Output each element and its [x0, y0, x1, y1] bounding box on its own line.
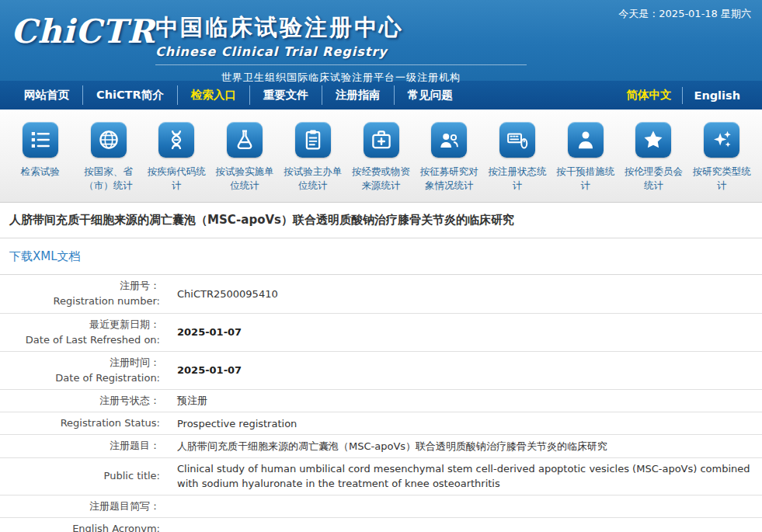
row-label-en: Registration Status:	[8, 416, 160, 431]
site-title-cn: 中国临床试验注册中心	[155, 12, 527, 43]
row-value: 2025-01-07	[168, 351, 762, 389]
nav-item-registration-guide[interactable]: 注册指南	[322, 85, 394, 105]
keyboard-mouse-icon	[499, 122, 535, 158]
row-label: Public title:	[0, 457, 168, 495]
table-row-acronym-cn: 注册题目简写：	[0, 495, 762, 517]
page: 今天是：2025-01-18 星期六 ChiCTR 中国临床试验注册中心 Chi…	[0, 0, 762, 532]
toolbar-item-stats-by-study-type[interactable]: 按研究类型统计	[687, 122, 756, 193]
toolbar-item-stats-by-funding-source[interactable]: 按经费或物资来源统计	[347, 122, 416, 193]
toolbar-item-label: 按试验主办单位统计	[280, 165, 346, 193]
statistics-toolbar: 检索试验 按国家、省（市）统计 按疾病代码统计 按试验实施单位统计 按试验主办单	[0, 110, 762, 203]
nav-item-home[interactable]: 网站首页	[11, 85, 82, 105]
row-label-en: Registration number:	[8, 294, 160, 309]
toolbar-item-label: 按疾病代码统计	[144, 165, 209, 193]
numbered-list-icon	[23, 122, 58, 158]
toolbar-item-label: 按国家、省（市）统计	[76, 165, 141, 193]
site-subtitle: 世界卫生组织国际临床试验注册平台一级注册机构	[155, 64, 527, 85]
row-value	[168, 517, 762, 532]
toolbar-item-label: 按伦理委员会统计	[621, 165, 686, 193]
sparkles-icon	[704, 122, 739, 158]
nav-item-important-documents[interactable]: 重要文件	[249, 85, 322, 105]
row-value	[168, 495, 762, 517]
row-label: 注册时间： Date of Registration:	[0, 351, 168, 389]
row-value: Prospective registration	[168, 412, 762, 435]
toolbar-item-label: 按征募研究对象情况统计	[416, 165, 482, 193]
row-label: 注册题目简写：	[0, 495, 168, 517]
toolbar-item-stats-by-registration-status[interactable]: 按注册状态统计	[483, 122, 551, 193]
nav-item-faq[interactable]: 常见问题	[394, 85, 466, 105]
main-nav: 网站首页 ChiCTR简介 检索入口 重要文件 注册指南 常见问题 简体中文 E…	[0, 81, 762, 110]
row-label-cn: 最近更新日期：	[8, 317, 160, 332]
row-value: 预注册	[168, 390, 762, 412]
star-icon	[635, 122, 671, 158]
row-label-cn: 注册题目简写：	[8, 499, 160, 514]
toolbar-item-label: 按干预措施统计	[553, 165, 618, 193]
table-row-registration-date: 注册时间： Date of Registration: 2025-01-07	[0, 351, 762, 389]
row-label-cn: 注册题目：	[8, 438, 160, 454]
row-label-cn: 注册时间：	[8, 355, 160, 370]
toolbar-item-label: 按试验实施单位统计	[212, 165, 277, 193]
person-icon	[568, 122, 604, 158]
toolbar-item-label: 按经费或物资来源统计	[349, 165, 414, 193]
table-row-last-refreshed: 最近更新日期： Date of Last Refreshed on: 2025-…	[0, 313, 762, 351]
row-label: Registration Status:	[0, 412, 168, 435]
toolbar-item-label: 按注册状态统计	[485, 165, 550, 193]
toolbar-item-search-trials[interactable]: 检索试验	[6, 122, 75, 193]
row-label: English Acronym:	[0, 517, 168, 532]
toolbar-item-stats-by-implementing-institution[interactable]: 按试验实施单位统计	[211, 122, 279, 193]
table-row-registration-status-cn: 注册号状态： 预注册	[0, 390, 762, 412]
table-row-registration-number: 注册号： Registration number: ChiCTR25000954…	[0, 275, 762, 313]
nav-item-about[interactable]: ChiCTR简介	[82, 85, 177, 105]
chictr-logo[interactable]: ChiCTR	[11, 11, 149, 54]
lang-simplified-chinese[interactable]: 简体中文	[615, 85, 682, 105]
toolbar-item-stats-by-recruitment[interactable]: 按征募研究对象情况统计	[415, 122, 483, 193]
toolbar-item-stats-by-sponsor[interactable]: 按试验主办单位统计	[279, 122, 347, 193]
dna-icon	[158, 122, 194, 158]
row-label: 注册号状态：	[0, 390, 168, 412]
row-label-en: Date of Last Refreshed on:	[8, 332, 160, 348]
site-title-block: 中国临床试验注册中心 Chinese Clinical Trial Regist…	[155, 11, 527, 85]
row-value: Clinical study of human umbilical cord m…	[168, 457, 762, 495]
table-row-public-title-cn: 注册题目： 人脐带间充质干细胞来源的凋亡囊泡（MSC-apoVs）联合透明质酸钠…	[0, 435, 762, 457]
globe-icon	[91, 122, 127, 158]
row-label: 最近更新日期： Date of Last Refreshed on:	[0, 313, 168, 351]
row-value: 人脐带间充质干细胞来源的凋亡囊泡（MSC-apoVs）联合透明质酸钠治疗膝骨关节…	[168, 435, 762, 457]
users-icon	[431, 122, 467, 158]
flask-icon	[227, 122, 263, 158]
row-label-cn: 注册号状态：	[8, 393, 160, 409]
row-label-en: Date of Registration:	[8, 370, 160, 386]
table-row-registration-status-en: Registration Status: Prospective registr…	[0, 412, 762, 435]
current-date-text: 今天是：2025-01-18 星期六	[618, 7, 751, 21]
row-value: 2025-01-07	[168, 313, 762, 351]
download-xml-link[interactable]: 下载XML文档	[9, 249, 81, 263]
first-aid-kit-icon	[364, 122, 399, 158]
lang-english[interactable]: English	[682, 87, 751, 104]
toolbar-item-label: 按研究类型统计	[689, 165, 754, 193]
toolbar-item-stats-by-ethics-committee[interactable]: 按伦理委员会统计	[620, 122, 688, 193]
toolbar-item-label: 检索试验	[21, 165, 60, 179]
toolbar-item-stats-by-intervention[interactable]: 按干预措施统计	[551, 122, 620, 193]
site-title-en: Chinese Clinical Trial Registry	[155, 44, 527, 59]
row-label-cn: 注册号：	[8, 278, 160, 294]
row-label: 注册题目：	[0, 435, 168, 457]
header: 今天是：2025-01-18 星期六 ChiCTR 中国临床试验注册中心 Chi…	[0, 0, 762, 81]
row-value: ChiCTR2500095410	[168, 275, 762, 313]
row-label-en: Public title:	[8, 468, 160, 484]
study-title: 人脐带间充质干细胞来源的凋亡囊泡（MSC-apoVs）联合透明质酸钠治疗膝骨关节…	[0, 203, 762, 238]
row-label: 注册号： Registration number:	[0, 275, 168, 313]
nav-item-search-entry[interactable]: 检索入口	[177, 85, 249, 105]
download-row: 下载XML文档	[0, 238, 762, 275]
table-row-public-title-en: Public title: Clinical study of human um…	[0, 457, 762, 495]
row-label-en: English Acronym:	[8, 521, 160, 532]
clipboard-icon	[295, 122, 331, 158]
toolbar-item-stats-by-disease-code[interactable]: 按疾病代码统计	[142, 122, 211, 193]
registration-info-table: 注册号： Registration number: ChiCTR25000954…	[0, 275, 762, 532]
toolbar-item-stats-by-country[interactable]: 按国家、省（市）统计	[75, 122, 143, 193]
table-row-acronym-en: English Acronym:	[0, 517, 762, 532]
